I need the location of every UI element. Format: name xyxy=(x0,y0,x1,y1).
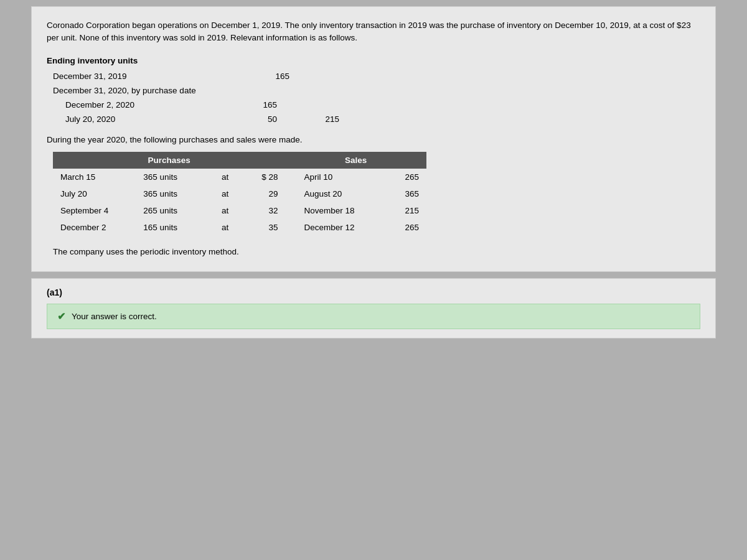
dec2-2020-row: December 2, 2020 165 xyxy=(53,100,700,110)
purchase-price: 29 xyxy=(240,185,285,202)
a1-section: (a1) ✔ Your answer is correct. xyxy=(31,278,716,338)
purchase-units: 265 units xyxy=(136,202,210,219)
purchase-at: at xyxy=(210,202,240,219)
sale-date: August 20 xyxy=(285,185,377,202)
sale-units: 265 xyxy=(377,169,426,185)
purchases-intro: During the year 2020, the following purc… xyxy=(47,135,700,144)
purchase-date: March 15 xyxy=(53,169,136,185)
sale-units: 365 xyxy=(377,185,426,202)
dec31-2019-row: December 31, 2019 165 xyxy=(53,72,700,81)
table-row: December 2 165 units at 35 December 12 2… xyxy=(53,219,426,236)
sale-units: 265 xyxy=(377,219,426,236)
purchase-at: at xyxy=(210,169,240,185)
purchases-sales-table: Purchases Sales March 15 365 units at $ … xyxy=(53,152,426,236)
checkmark-icon: ✔ xyxy=(57,310,65,322)
july20-2020-label: July 20, 2020 xyxy=(65,114,227,124)
dec31-2020-row: December 31, 2020, by purchase date xyxy=(53,86,700,95)
dec2-2020-val1: 165 xyxy=(227,100,277,110)
purchase-price: 32 xyxy=(240,202,285,219)
intro-paragraph: Coronado Corporation began operations on… xyxy=(47,19,700,45)
july20-2020-row: July 20, 2020 50 215 xyxy=(53,114,700,124)
a1-label: (a1) xyxy=(47,287,700,297)
july20-2020-val1: 50 xyxy=(227,114,277,124)
table-row: July 20 365 units at 29 August 20 365 xyxy=(53,185,426,202)
table-row: September 4 265 units at 32 November 18 … xyxy=(53,202,426,219)
sales-header: Sales xyxy=(285,152,426,169)
sale-date: December 12 xyxy=(285,219,377,236)
purchase-date: December 2 xyxy=(53,219,136,236)
purchase-units: 365 units xyxy=(136,185,210,202)
periodic-note: The company uses the periodic inventory … xyxy=(53,247,700,256)
purchase-units: 365 units xyxy=(136,169,210,185)
ending-inventory-title: Ending inventory units xyxy=(47,56,700,65)
dec31-2019-value: 165 xyxy=(240,72,289,81)
purchase-date: July 20 xyxy=(53,185,136,202)
purchase-units: 165 units xyxy=(136,219,210,236)
correct-text: Your answer is correct. xyxy=(72,312,157,321)
purchases-header: Purchases xyxy=(53,152,285,169)
sale-date: April 10 xyxy=(285,169,377,185)
dec31-2020-label: December 31, 2020, by purchase date xyxy=(53,86,227,95)
july20-2020-val2: 215 xyxy=(289,114,339,124)
dec31-2019-label: December 31, 2019 xyxy=(53,72,227,81)
table-row: March 15 365 units at $ 28 April 10 265 xyxy=(53,169,426,185)
purchase-at: at xyxy=(210,185,240,202)
dec2-2020-label: December 2, 2020 xyxy=(65,100,227,110)
purchase-at: at xyxy=(210,219,240,236)
sale-date: November 18 xyxy=(285,202,377,219)
purchase-price: $ 28 xyxy=(240,169,285,185)
main-content-card: Coronado Corporation began operations on… xyxy=(31,6,716,272)
purchase-price: 35 xyxy=(240,219,285,236)
sale-units: 215 xyxy=(377,202,426,219)
purchase-date: September 4 xyxy=(53,202,136,219)
correct-banner: ✔ Your answer is correct. xyxy=(47,304,700,329)
